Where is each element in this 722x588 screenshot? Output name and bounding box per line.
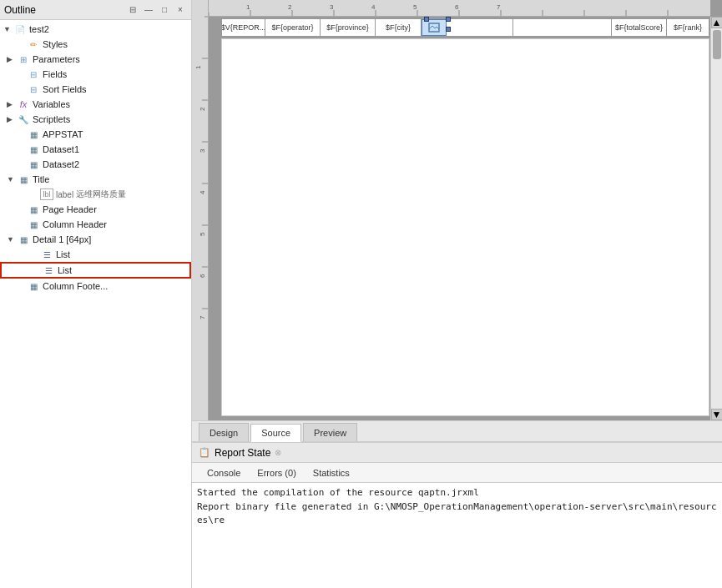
- label-title-item: label: [56, 190, 73, 199]
- bottom-panel-header: 📋 Report State ⊗: [192, 443, 722, 463]
- tree-item-test2[interactable]: ▼ 📄 test2: [0, 22, 191, 37]
- image-icon: [428, 23, 440, 33]
- tree-item-dataset2[interactable]: ▶ ▦ Dataset2: [0, 157, 191, 172]
- svg-text:5: 5: [413, 3, 417, 11]
- label-scriptlets: Scriptlets: [33, 114, 70, 124]
- resize-handle-br[interactable]: [446, 27, 451, 32]
- right-area: 1 2 3 4 5 6 7: [192, 0, 722, 588]
- page-white: [221, 38, 709, 416]
- left-panel: Outline ⊟ — □ × ▼ 📄 test2: [0, 0, 192, 588]
- tree-item-appstat[interactable]: ▶ ▦ APPSTAT: [0, 127, 191, 142]
- icon-appstat: ▦: [27, 128, 40, 140]
- label-parameters: Parameters: [33, 54, 80, 64]
- cell-v-report[interactable]: $V{REPOR...: [222, 19, 265, 36]
- main-container: Outline ⊟ — □ × ▼ 📄 test2: [0, 0, 722, 588]
- resize-handle-tr[interactable]: [446, 17, 451, 22]
- icon-dataset1: ▦: [27, 143, 40, 155]
- svg-text:1: 1: [194, 65, 202, 69]
- console-content: Started the compilation of the resource …: [192, 483, 722, 588]
- label-dataset2: Dataset2: [43, 159, 79, 169]
- outline-max-btn[interactable]: □: [158, 3, 171, 17]
- cell-spacer2[interactable]: [513, 19, 612, 36]
- tree-item-fields[interactable]: ▶ ⊟ Fields: [0, 67, 191, 82]
- arrow-parameters[interactable]: ▶: [7, 55, 17, 63]
- tab-preview[interactable]: Preview: [303, 423, 357, 441]
- tree-item-list-selected[interactable]: ▶ ☰ List: [0, 262, 191, 279]
- icon-detail1: ▦: [17, 234, 30, 245]
- arrow-variables[interactable]: ▶: [7, 100, 17, 108]
- tree-item-dataset1[interactable]: ▶ ▦ Dataset1: [0, 142, 191, 157]
- scroll-up-btn[interactable]: ▲: [711, 17, 723, 28]
- icon-parameters: ⊞: [17, 53, 30, 65]
- canvas-vscrollbar[interactable]: ▲ ▼: [710, 17, 722, 420]
- design-area: Outline ⊟ — □ × ▼ 📄 test2: [0, 0, 722, 588]
- resize-handle-tl[interactable]: [424, 17, 429, 22]
- icon-fields: ⊟: [27, 68, 40, 80]
- tree-item-columnfooter[interactable]: ▶ ▦ Column Foote...: [0, 279, 191, 294]
- tree-item-variables[interactable]: ▶ fx Variables: [0, 97, 191, 112]
- tree-item-columnheader[interactable]: ▶ ▦ Column Header: [0, 217, 191, 232]
- tabs-bar: Design Source Preview: [192, 420, 722, 442]
- tree-item-scriptlets[interactable]: ▶ 🔧 Scriptlets: [0, 112, 191, 127]
- label-title-sub: 远维网络质量: [76, 188, 126, 200]
- svg-text:7: 7: [199, 315, 206, 319]
- tree-item-parameters[interactable]: ▶ ⊞ Parameters: [0, 52, 191, 67]
- scroll-down-btn[interactable]: ▼: [711, 409, 723, 420]
- icon-columnfooter: ▦: [27, 280, 40, 292]
- console-tabs-bar: Console Errors (0) Statistics: [192, 463, 722, 483]
- label-list-parent: List: [56, 249, 70, 259]
- tree-item-list-parent[interactable]: ▶ ☰ List: [0, 247, 191, 262]
- cell-totalscore[interactable]: $F{totalScore}: [612, 19, 667, 36]
- label-styles: Styles: [43, 39, 68, 49]
- icon-list-parent: ☰: [40, 249, 53, 260]
- svg-text:2: 2: [288, 3, 292, 11]
- tree-item-styles[interactable]: ▶ ✏ Styles: [0, 37, 191, 52]
- cell-spacer1[interactable]: [447, 19, 513, 36]
- outline-min-btn[interactable]: —: [142, 3, 155, 17]
- icon-dataset2: ▦: [27, 158, 40, 170]
- label-title: Title: [33, 174, 49, 184]
- label-list-selected: List: [58, 265, 72, 275]
- svg-text:2: 2: [199, 107, 206, 111]
- svg-text:3: 3: [199, 148, 206, 153]
- tree-item-pageheader[interactable]: ▶ ▦ Page Header: [0, 202, 191, 217]
- svg-text:3: 3: [330, 3, 334, 11]
- outline-tree[interactable]: ▼ 📄 test2 ▶ ✏ Styles ▶ ⊞ Parameters: [0, 20, 191, 588]
- icon-title: ▦: [17, 173, 30, 185]
- tab-design[interactable]: Design: [199, 423, 249, 441]
- label-variables: Variables: [33, 99, 70, 109]
- tree-item-title[interactable]: ▼ ▦ Title: [0, 172, 191, 187]
- outline-panel: Outline ⊟ — □ × ▼ 📄 test2: [0, 0, 191, 588]
- cell-province[interactable]: $F{province}: [321, 19, 376, 36]
- ruler-left: 1 2 3 4 5 6 7: [192, 0, 209, 420]
- outline-collapse-btn[interactable]: ⊟: [126, 3, 139, 17]
- console-tab-console[interactable]: Console: [199, 466, 249, 480]
- header-row: $V{REPOR... $F{operator} $F{province} $F…: [221, 18, 709, 37]
- icon-title-label: lbl: [40, 188, 53, 200]
- icon-list-selected: ☰: [42, 264, 55, 276]
- outline-close-btn[interactable]: ×: [174, 3, 187, 17]
- ruler-top: 1 2 3 4 5 6 7: [192, 0, 710, 17]
- arrow-scriptlets[interactable]: ▶: [7, 115, 17, 123]
- icon-styles: ✏: [27, 38, 40, 50]
- label-test2: test2: [29, 24, 49, 34]
- arrow-detail1[interactable]: ▼: [7, 235, 17, 244]
- console-tab-errors[interactable]: Errors (0): [249, 466, 304, 480]
- tab-source[interactable]: Source: [250, 424, 301, 442]
- canvas-area: 1 2 3 4 5 6 7: [192, 0, 722, 420]
- scroll-thumb[interactable]: [713, 30, 721, 59]
- cell-city[interactable]: $F{city}: [376, 19, 422, 36]
- tree-item-title-label[interactable]: ▶ lbl label 远维网络质量: [0, 187, 191, 202]
- tree-item-detail1[interactable]: ▼ ▦ Detail 1 [64px]: [0, 232, 191, 247]
- svg-text:4: 4: [371, 3, 376, 11]
- console-tab-statistics[interactable]: Statistics: [305, 466, 358, 480]
- svg-text:7: 7: [497, 3, 501, 11]
- cell-img[interactable]: [422, 19, 447, 36]
- cell-operator[interactable]: $F{operator}: [265, 19, 321, 36]
- bottom-panel-close-icon: ⊗: [275, 448, 281, 457]
- arrow-test2[interactable]: ▼: [3, 25, 13, 33]
- console-line-2: Report binary file generated in G:\NMOSP…: [197, 500, 717, 528]
- tree-item-sortfields[interactable]: ▶ ⊟ Sort Fields: [0, 82, 191, 97]
- arrow-title[interactable]: ▼: [7, 175, 17, 183]
- cell-rank[interactable]: $F{rank}: [667, 19, 709, 36]
